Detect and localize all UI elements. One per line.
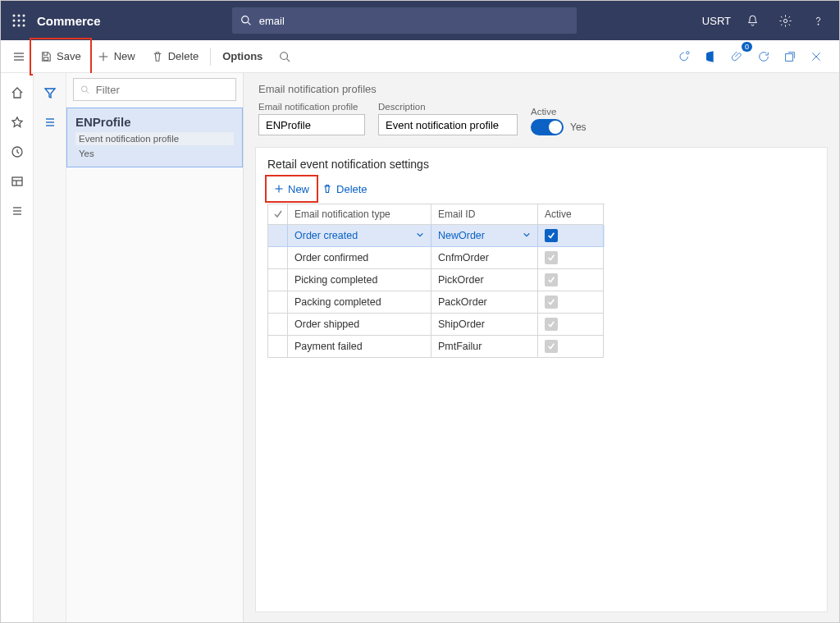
active-checkbox[interactable] <box>545 273 558 286</box>
cell-emailid[interactable]: PmtFailur <box>431 336 538 358</box>
new-button[interactable]: New <box>89 40 144 73</box>
active-toggle-value: Yes <box>570 121 587 133</box>
list-rail <box>34 73 66 622</box>
grid-new-button[interactable]: New <box>267 177 316 200</box>
svg-point-19 <box>281 52 288 59</box>
chevron-down-icon <box>523 230 531 241</box>
cell-type[interactable]: Packing completed <box>288 291 431 314</box>
search-icon <box>80 85 89 94</box>
settings-gear-icon[interactable] <box>769 1 801 40</box>
main-content: Email notification profiles Email notifi… <box>244 73 839 622</box>
cell-emailid[interactable]: PickOrder <box>431 269 538 291</box>
cell-type[interactable]: Order confirmed <box>288 247 431 269</box>
notifications-icon[interactable] <box>736 1 769 40</box>
cell-active[interactable] <box>538 336 604 358</box>
filter-icon[interactable] <box>42 85 58 101</box>
search-icon <box>279 51 290 62</box>
row-select[interactable] <box>268 225 288 247</box>
grid-row[interactable]: Payment failedPmtFailur <box>268 336 605 358</box>
help-icon[interactable] <box>801 1 834 40</box>
current-user[interactable]: USRT <box>702 15 731 27</box>
save-button[interactable]: Save <box>32 40 89 73</box>
delete-button[interactable]: Delete <box>144 40 208 73</box>
chevron-down-icon <box>416 230 424 241</box>
attachments-icon[interactable]: 0 <box>724 44 751 70</box>
grid-row[interactable]: Packing completedPackOrder <box>268 291 605 314</box>
toolbar-search-button[interactable] <box>271 40 299 73</box>
grid-row[interactable]: Order shippedShipOrder <box>268 314 605 336</box>
select-all-checkbox[interactable] <box>268 204 288 225</box>
cell-type[interactable]: Payment failed <box>288 336 431 358</box>
record-card[interactable]: ENProfile Event notification profile Yes <box>66 108 243 167</box>
row-select[interactable] <box>268 314 288 336</box>
list-lines-icon[interactable] <box>42 114 58 131</box>
row-select[interactable] <box>268 291 288 314</box>
cell-emailid[interactable]: ShipOrder <box>431 314 538 336</box>
list-filter[interactable] <box>73 78 236 101</box>
active-checkbox[interactable] <box>545 340 558 353</box>
waffle-icon[interactable] <box>6 7 32 34</box>
popout-icon[interactable] <box>777 44 803 70</box>
col-active[interactable]: Active <box>538 204 604 225</box>
cell-emailid[interactable]: PackOrder <box>431 291 538 314</box>
modules-icon[interactable] <box>9 203 25 219</box>
grid-row[interactable]: Order confirmedCnfmOrder <box>268 247 605 269</box>
workspaces-icon[interactable] <box>9 173 25 190</box>
cell-active[interactable] <box>538 225 604 247</box>
svg-rect-26 <box>12 177 22 186</box>
cell-type[interactable]: Picking completed <box>288 269 431 291</box>
col-type[interactable]: Email notification type <box>288 204 431 225</box>
row-select[interactable] <box>268 269 288 291</box>
svg-rect-16 <box>43 57 48 60</box>
active-checkbox[interactable] <box>545 295 558 309</box>
grid-delete-button[interactable]: Delete <box>316 177 374 200</box>
cell-emailid[interactable]: CnfmOrder <box>431 247 538 269</box>
col-emailid[interactable]: Email ID <box>431 204 538 225</box>
hamburger-icon[interactable] <box>11 48 27 65</box>
trash-icon <box>322 184 332 194</box>
cell-emailid[interactable]: NewOrder <box>431 225 538 247</box>
description-label: Description <box>378 102 518 112</box>
grid-row[interactable]: Picking completedPickOrder <box>268 269 605 291</box>
row-select[interactable] <box>268 247 288 269</box>
svg-rect-22 <box>786 53 793 61</box>
section-title: Retail event notification settings <box>267 158 815 171</box>
link-icon[interactable] <box>672 44 698 70</box>
active-checkbox[interactable] <box>545 251 558 264</box>
svg-point-35 <box>81 86 87 92</box>
cell-type[interactable]: Order created <box>288 225 431 247</box>
cell-active[interactable] <box>538 247 604 269</box>
svg-point-9 <box>241 16 248 23</box>
svg-line-20 <box>287 58 290 62</box>
home-icon[interactable] <box>9 85 25 101</box>
grid-row[interactable]: Order createdNewOrder <box>268 225 605 247</box>
page-toolbar: Save New Delete Options 0 <box>1 40 839 73</box>
office-icon[interactable] <box>698 44 724 70</box>
global-search-input[interactable] <box>258 14 568 28</box>
close-icon[interactable] <box>803 44 829 70</box>
cell-active[interactable] <box>538 291 604 314</box>
favorites-icon[interactable] <box>9 114 25 131</box>
svg-point-21 <box>687 51 689 53</box>
active-checkbox[interactable] <box>545 318 558 331</box>
profile-label: Email notification profile <box>258 102 365 112</box>
cell-type[interactable]: Order shipped <box>288 314 431 336</box>
top-app-bar: Commerce USRT <box>1 1 839 40</box>
cell-active[interactable] <box>538 314 604 336</box>
recent-icon[interactable] <box>9 144 25 160</box>
global-search[interactable] <box>232 7 577 34</box>
active-checkbox[interactable] <box>545 229 558 242</box>
trash-icon <box>152 51 163 62</box>
cell-active[interactable] <box>538 269 604 291</box>
profile-input[interactable] <box>258 114 365 135</box>
svg-point-6 <box>13 25 16 27</box>
options-button[interactable]: Options <box>214 40 271 73</box>
refresh-icon[interactable] <box>751 44 777 70</box>
row-select[interactable] <box>268 336 288 358</box>
list-filter-input[interactable] <box>94 83 229 97</box>
description-input[interactable] <box>378 114 518 135</box>
svg-point-5 <box>23 20 25 22</box>
record-card-subtitle: Event notification profile <box>75 132 234 145</box>
active-toggle[interactable] <box>531 119 564 135</box>
grid-new-label: New <box>288 183 309 195</box>
